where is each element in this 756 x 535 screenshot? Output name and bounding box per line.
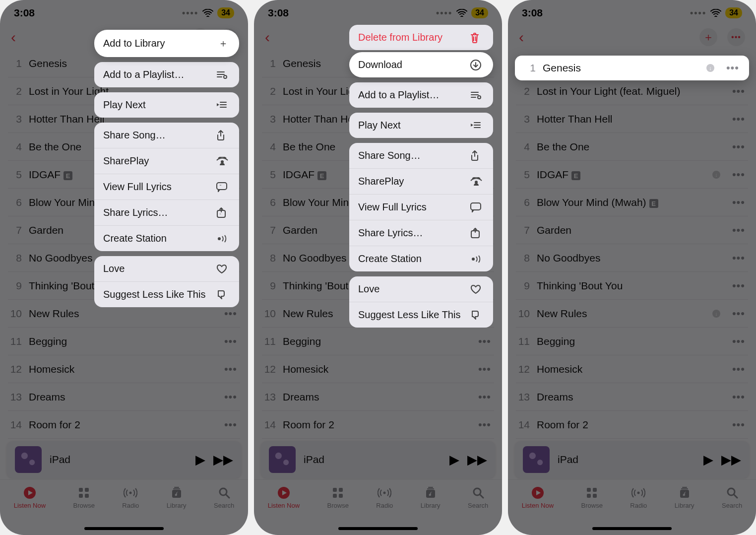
menu-add-to-library[interactable]: Add to Library ＋: [94, 30, 239, 57]
highlighted-song-row[interactable]: 1 Genesis ↓ •••: [515, 56, 749, 80]
tab-radio[interactable]: Radio: [376, 486, 393, 509]
song-row[interactable]: 9Thinking 'Bout You•••: [516, 272, 748, 300]
song-number: 3: [262, 113, 276, 125]
menu-share-lyrics[interactable]: Share Lyrics… “: [94, 200, 239, 226]
menu-add-to-playlist[interactable]: Add to a Playlist…: [94, 62, 239, 87]
song-row[interactable]: 11Begging•••: [8, 328, 240, 355]
song-number: 11: [8, 335, 22, 347]
song-row[interactable]: 5IDGAFE↓•••: [516, 161, 748, 189]
play-icon[interactable]: ▶: [703, 452, 713, 468]
song-row[interactable]: 10New Rules↓•••: [516, 300, 748, 328]
song-row[interactable]: 13Dreams•••: [516, 383, 748, 411]
menu-view-lyrics[interactable]: View Full Lyrics: [349, 195, 493, 220]
row-more-button[interactable]: •••: [729, 335, 748, 348]
row-more-button[interactable]: •••: [729, 168, 748, 181]
song-number: 6: [8, 197, 22, 208]
row-more-button[interactable]: •••: [729, 140, 748, 153]
home-indicator[interactable]: [338, 527, 418, 530]
row-more-button[interactable]: •••: [729, 391, 748, 403]
row-more-button[interactable]: •••: [729, 363, 748, 376]
mini-player[interactable]: iPad ▶ ▶▶: [515, 441, 749, 478]
song-row[interactable]: 12Homesick•••: [8, 355, 240, 383]
row-more-button[interactable]: •••: [729, 113, 748, 126]
menu-create-station[interactable]: Create Station: [94, 226, 239, 251]
mini-player[interactable]: iPad ▶ ▶▶: [7, 441, 241, 478]
song-row[interactable]: 8No Goodbyes•••: [516, 244, 748, 272]
back-chevron-icon[interactable]: ‹: [519, 29, 524, 46]
menu-shareplay[interactable]: SharePlay: [349, 169, 493, 195]
menu-view-lyrics[interactable]: View Full Lyrics “: [94, 174, 239, 200]
tab-listen-now[interactable]: Listen Now: [14, 486, 46, 509]
play-icon[interactable]: ▶: [449, 452, 459, 468]
song-row[interactable]: 11Begging•••: [516, 328, 748, 355]
menu-play-next[interactable]: Play Next: [349, 113, 493, 138]
tab-library[interactable]: Library: [675, 486, 694, 509]
song-row[interactable]: 3Hotter Than Hell•••: [516, 105, 748, 133]
menu-shareplay[interactable]: SharePlay: [94, 148, 239, 174]
menu-suggest-less[interactable]: Suggest Less Like This: [349, 302, 493, 328]
svg-point-9: [220, 488, 227, 495]
row-more-button[interactable]: •••: [729, 196, 748, 209]
play-icon[interactable]: ▶: [195, 452, 205, 468]
tab-search[interactable]: Search: [214, 486, 234, 509]
song-row[interactable]: 14Room for 2•••: [262, 411, 494, 439]
song-row[interactable]: 14Room for 2•••: [516, 411, 748, 439]
song-row[interactable]: 2Lost in Your Light (feat. Miguel)•••: [516, 77, 748, 105]
menu-play-next[interactable]: Play Next: [94, 92, 239, 118]
row-more-button[interactable]: •••: [221, 418, 240, 431]
nav-more-button[interactable]: •••: [727, 28, 745, 46]
home-indicator[interactable]: [592, 527, 672, 530]
song-row[interactable]: 7Garden•••: [516, 216, 748, 244]
tab-listen-now[interactable]: Listen Now: [522, 486, 554, 509]
menu-download[interactable]: Download: [349, 52, 493, 77]
fast-forward-icon[interactable]: ▶▶: [213, 452, 233, 468]
row-more-button[interactable]: •••: [221, 391, 240, 403]
row-more-button[interactable]: •••: [729, 279, 748, 292]
mini-player[interactable]: iPad ▶ ▶▶: [261, 441, 495, 478]
tab-library[interactable]: Library: [167, 486, 187, 509]
row-more-button[interactable]: •••: [723, 62, 742, 74]
song-row[interactable]: 13Dreams•••: [262, 383, 494, 411]
fast-forward-icon[interactable]: ▶▶: [721, 452, 741, 468]
tab-radio[interactable]: Radio: [122, 486, 139, 509]
nav-add-button[interactable]: ＋: [699, 28, 717, 46]
row-more-button[interactable]: •••: [729, 307, 748, 320]
row-more-button[interactable]: •••: [475, 363, 494, 376]
back-chevron-icon[interactable]: ‹: [11, 29, 16, 46]
row-more-button[interactable]: •••: [729, 224, 748, 237]
row-more-button[interactable]: •••: [475, 418, 494, 431]
song-row[interactable]: 12Homesick•••: [516, 355, 748, 383]
fast-forward-icon[interactable]: ▶▶: [467, 452, 487, 468]
tab-library[interactable]: Library: [421, 486, 441, 509]
tab-listen-now[interactable]: Listen Now: [268, 486, 300, 509]
menu-create-station[interactable]: Create Station: [349, 246, 493, 271]
row-more-button[interactable]: •••: [475, 391, 494, 403]
menu-share-song[interactable]: Share Song…: [94, 123, 239, 148]
tab-search[interactable]: Search: [722, 486, 742, 509]
menu-love[interactable]: Love: [349, 276, 493, 302]
row-more-button[interactable]: •••: [221, 335, 240, 348]
song-row[interactable]: 13Dreams•••: [8, 383, 240, 411]
tab-radio[interactable]: Radio: [630, 486, 647, 509]
back-chevron-icon[interactable]: ‹: [265, 29, 270, 46]
menu-share-lyrics[interactable]: Share Lyrics…: [349, 220, 493, 246]
menu-share-song[interactable]: Share Song…: [349, 143, 493, 169]
tab-browse[interactable]: Browse: [581, 486, 603, 509]
menu-delete-from-library[interactable]: Delete from Library: [349, 25, 493, 50]
tab-search[interactable]: Search: [468, 486, 488, 509]
song-row[interactable]: 4Be the One•••: [516, 133, 748, 161]
tab-browse[interactable]: Browse: [327, 486, 349, 509]
row-more-button[interactable]: •••: [729, 252, 748, 265]
row-more-button[interactable]: •••: [729, 418, 748, 431]
tab-browse[interactable]: Browse: [73, 486, 95, 509]
menu-love[interactable]: Love: [94, 256, 239, 282]
song-row[interactable]: 14Room for 2•••: [8, 411, 240, 439]
menu-suggest-less[interactable]: Suggest Less Like This: [94, 282, 239, 307]
home-indicator[interactable]: [84, 527, 164, 530]
row-more-button[interactable]: •••: [221, 363, 240, 376]
song-row[interactable]: 12Homesick•••: [262, 355, 494, 383]
menu-add-to-playlist[interactable]: Add to a Playlist…: [349, 82, 493, 108]
song-row[interactable]: 6Blow Your Mind (Mwah)E•••: [516, 189, 748, 216]
row-more-button[interactable]: •••: [475, 335, 494, 348]
row-more-button[interactable]: •••: [729, 85, 748, 98]
